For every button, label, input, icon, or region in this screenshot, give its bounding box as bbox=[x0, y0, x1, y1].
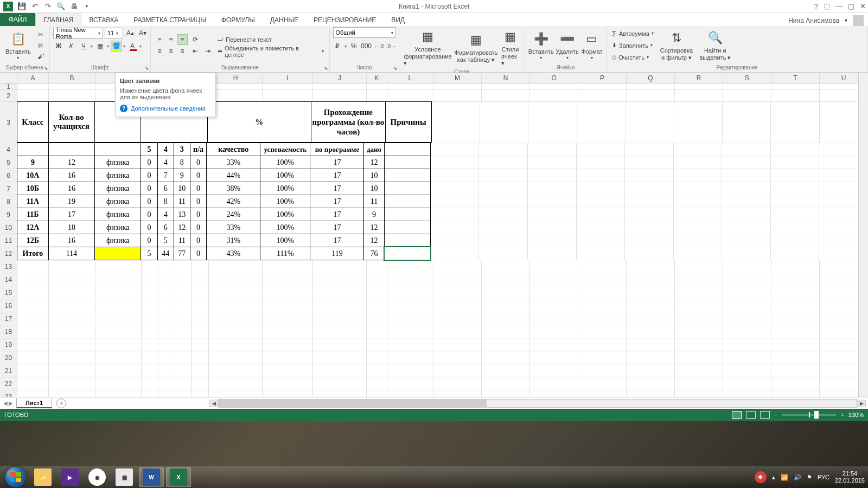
cell[interactable] bbox=[431, 169, 480, 182]
tab-file[interactable]: ФАЙЛ bbox=[0, 13, 35, 26]
cell[interactable] bbox=[49, 312, 95, 325]
number-format-combo[interactable]: Общий▾ bbox=[333, 27, 396, 38]
cell[interactable]: 0 bbox=[141, 208, 157, 221]
cell[interactable]: физика bbox=[94, 182, 141, 195]
cell[interactable] bbox=[482, 390, 530, 397]
cell[interactable]: 0 bbox=[190, 221, 207, 234]
cell[interactable] bbox=[387, 351, 434, 364]
cell[interactable]: 24% bbox=[206, 208, 260, 221]
cell[interactable] bbox=[17, 338, 49, 351]
cell[interactable] bbox=[263, 364, 312, 377]
cell[interactable] bbox=[528, 247, 577, 260]
tray-icon-1[interactable]: ✱ bbox=[755, 471, 767, 483]
cell[interactable] bbox=[771, 208, 820, 221]
horizontal-scrollbar[interactable]: ◀ ▶ bbox=[218, 399, 857, 408]
cell[interactable] bbox=[577, 182, 626, 195]
cell[interactable] bbox=[263, 377, 312, 390]
cell[interactable] bbox=[722, 195, 771, 208]
cell[interactable] bbox=[17, 90, 49, 102]
cell[interactable] bbox=[431, 143, 480, 156]
cell[interactable] bbox=[384, 169, 431, 182]
cell[interactable]: 0 bbox=[190, 208, 207, 221]
cell[interactable] bbox=[17, 143, 49, 156]
cell[interactable] bbox=[625, 156, 674, 169]
cell[interactable]: 0 bbox=[141, 156, 157, 169]
cell[interactable]: 5 bbox=[141, 143, 157, 156]
row-header-11[interactable]: 11 bbox=[0, 234, 17, 247]
cell[interactable] bbox=[209, 299, 263, 312]
cell[interactable] bbox=[577, 156, 626, 169]
cell[interactable] bbox=[530, 364, 578, 377]
cell[interactable]: Прохождение программы (кол-во часов) bbox=[311, 101, 386, 143]
cell[interactable]: 17 bbox=[310, 195, 364, 208]
sheet-nav-prev-icon[interactable]: ◀ bbox=[3, 400, 8, 406]
cell[interactable] bbox=[142, 351, 158, 364]
cell[interactable] bbox=[263, 299, 312, 312]
cell[interactable] bbox=[771, 234, 820, 247]
cell[interactable] bbox=[675, 351, 723, 364]
cell[interactable]: 17 bbox=[310, 234, 364, 247]
cell[interactable] bbox=[482, 312, 530, 325]
cell[interactable] bbox=[771, 286, 820, 299]
format-cells-button[interactable]: ▭Формат▾ bbox=[581, 29, 603, 61]
cell[interactable] bbox=[625, 247, 674, 260]
align-top-left-icon[interactable]: ≡ bbox=[154, 34, 165, 45]
format-table-button[interactable]: ▦Форматироватькак таблицу ▾ bbox=[455, 30, 497, 65]
row-header-13[interactable]: 13 bbox=[0, 260, 17, 273]
col-header-B[interactable]: B bbox=[49, 73, 95, 83]
cell[interactable]: 100% bbox=[260, 156, 310, 169]
hscroll-thumb[interactable] bbox=[219, 400, 487, 407]
cell[interactable]: 10А bbox=[17, 169, 49, 182]
cell[interactable] bbox=[95, 351, 142, 364]
cell[interactable] bbox=[771, 102, 819, 143]
cell[interactable] bbox=[17, 312, 49, 325]
cell[interactable]: 10Б bbox=[17, 182, 49, 195]
cell[interactable] bbox=[771, 312, 820, 325]
page-layout-view-button[interactable] bbox=[746, 411, 756, 419]
cell[interactable]: 6 bbox=[157, 221, 174, 234]
cell[interactable] bbox=[528, 102, 577, 143]
cell[interactable] bbox=[313, 90, 367, 102]
cell[interactable]: 11 bbox=[174, 234, 190, 247]
decrease-decimal-icon[interactable]: .0→ bbox=[386, 41, 397, 52]
row-header-8[interactable]: 8 bbox=[0, 195, 17, 208]
cell[interactable] bbox=[479, 234, 528, 247]
cell[interactable] bbox=[431, 234, 480, 247]
font-name-combo[interactable]: Times New Roma▾ bbox=[53, 28, 103, 38]
cell[interactable] bbox=[674, 169, 723, 182]
cell[interactable]: 17 bbox=[310, 182, 364, 195]
cell[interactable] bbox=[482, 90, 530, 102]
row-header-7[interactable]: 7 bbox=[0, 182, 17, 195]
cell[interactable] bbox=[627, 299, 675, 312]
cell[interactable] bbox=[48, 143, 95, 156]
cell[interactable] bbox=[367, 286, 387, 299]
cell[interactable] bbox=[433, 338, 482, 351]
cell[interactable] bbox=[192, 390, 209, 397]
cell[interactable] bbox=[192, 377, 209, 390]
tab-data[interactable]: ДАННЫЕ bbox=[263, 14, 306, 26]
row-header-9[interactable]: 9 bbox=[0, 208, 17, 221]
cell[interactable] bbox=[482, 377, 530, 390]
cell[interactable] bbox=[433, 299, 482, 312]
cell[interactable] bbox=[771, 143, 820, 156]
cell[interactable]: 0 bbox=[141, 182, 157, 195]
cell[interactable]: 100% bbox=[260, 234, 310, 247]
cell[interactable] bbox=[49, 364, 95, 377]
cell[interactable]: 16 bbox=[48, 182, 95, 195]
cell[interactable] bbox=[771, 195, 820, 208]
cell[interactable] bbox=[482, 364, 530, 377]
cell[interactable]: 12 bbox=[48, 156, 95, 169]
zoom-out-button[interactable]: − bbox=[774, 412, 777, 418]
cell[interactable] bbox=[17, 377, 49, 390]
col-header-I[interactable]: I bbox=[263, 73, 312, 83]
cell[interactable] bbox=[175, 260, 192, 273]
cell[interactable] bbox=[49, 90, 95, 102]
cell[interactable]: 17 bbox=[310, 221, 364, 234]
cell[interactable]: 0 bbox=[190, 169, 207, 182]
cell[interactable] bbox=[192, 260, 209, 273]
cell[interactable] bbox=[675, 325, 723, 338]
cell[interactable] bbox=[49, 377, 95, 390]
cell[interactable] bbox=[771, 325, 820, 338]
cell[interactable] bbox=[530, 390, 578, 397]
bold-button[interactable]: Ж bbox=[53, 41, 64, 52]
